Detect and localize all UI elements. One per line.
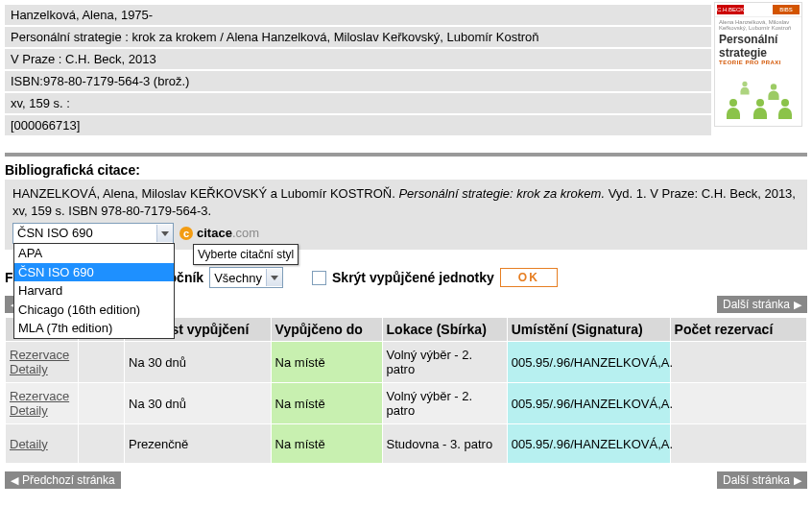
cell-moznost: Na 30 dnů xyxy=(125,342,272,383)
filter-year-select[interactable]: Všechny xyxy=(209,267,283,288)
cell-popis xyxy=(79,342,125,383)
biblio-physical: xv, 159 s. : xyxy=(5,93,711,113)
cell-rezervace xyxy=(670,383,806,424)
ok-button[interactable]: OK xyxy=(500,268,558,287)
col-rezervace: Počet rezervací xyxy=(670,318,806,342)
cell-popis xyxy=(79,383,125,424)
col-umisteni: Umístění (Signatura) xyxy=(507,318,670,342)
citation-style-option-apa[interactable]: APA xyxy=(14,244,174,263)
table-row: Rezervace Detaily Na 30 dnů Na místě Vol… xyxy=(6,342,807,383)
hide-borrowed-label: Skrýt vypůjčené jednotky xyxy=(332,270,494,285)
details-link[interactable]: Detaily xyxy=(10,362,48,376)
citation-text: HANZELKOVÁ, Alena, Miloslav KEŘKOVSKÝ a … xyxy=(12,185,800,219)
hide-borrowed-checkbox[interactable] xyxy=(312,271,326,285)
citation-style-option-csn[interactable]: ČSN ISO 690 xyxy=(14,263,174,282)
chevron-right-icon: ▶ xyxy=(794,474,801,487)
citace-brand-link[interactable]: c citace.com xyxy=(179,225,259,242)
chevron-down-icon xyxy=(266,269,282,286)
biblio-title: Personální strategie : krok za krokem / … xyxy=(5,27,711,47)
divider xyxy=(5,153,807,157)
cover-authors: Alena Hanzelková, Miloslav Keřkovský, Lu… xyxy=(715,17,801,33)
cell-umisteni: 005.95/.96/HANZELKOVÁ,A. xyxy=(507,424,670,464)
cell-vypujceno: Na místě xyxy=(271,342,382,383)
next-page-button[interactable]: Další stránka ▶ xyxy=(717,471,807,489)
citation-style-option-mla[interactable]: MLA (7th edition) xyxy=(14,319,174,338)
citation-style-value: ČSN ISO 690 xyxy=(13,225,156,242)
publisher-logo-bibs: BIBS xyxy=(773,5,800,14)
citace-logo-icon: c xyxy=(179,227,193,240)
table-row: Rezervace Detaily Na 30 dnů Na místě Vol… xyxy=(6,383,807,424)
col-lokace: Lokace (Sbírka) xyxy=(382,318,507,342)
cell-lokace: Studovna - 3. patro xyxy=(382,424,507,464)
details-link[interactable]: Detaily xyxy=(10,403,48,418)
col-vypujceno: Vypůjčeno do xyxy=(271,318,382,342)
cell-lokace: Volný výběr - 2. patro xyxy=(382,383,507,424)
cell-rezervace xyxy=(670,342,806,383)
chevron-right-icon: ▶ xyxy=(794,299,801,311)
biblio-author: Hanzelková, Alena, 1975- xyxy=(5,5,711,25)
reservation-link[interactable]: Rezervace xyxy=(10,348,69,362)
citation-style-option-harvard[interactable]: Harvard xyxy=(14,281,174,301)
table-row: Detaily Prezenčně Na místě Studovna - 3.… xyxy=(6,424,807,464)
chevron-left-icon: ◀ xyxy=(11,474,18,487)
biblio-imprint: V Praze : C.H. Beck, 2013 xyxy=(5,49,711,69)
citation-style-tooltip: Vyberte citační styl xyxy=(193,244,299,265)
cell-rezervace xyxy=(670,424,806,464)
holdings-table: Popis Možnost vypůjčení Vypůjčeno do Lok… xyxy=(5,317,807,464)
citation-style-select[interactable]: ČSN ISO 690 APA ČSN ISO 690 Harvard Chic… xyxy=(12,223,174,244)
cell-moznost: Prezenčně xyxy=(125,424,272,464)
details-link[interactable]: Detaily xyxy=(10,437,48,451)
cell-vypujceno: Na místě xyxy=(271,424,382,464)
citation-style-dropdown: APA ČSN ISO 690 Harvard Chicago (16th ed… xyxy=(13,243,175,339)
citation-heading: Bibliografická citace: xyxy=(5,162,807,178)
citation-style-option-chicago[interactable]: Chicago (16th edition) xyxy=(14,301,174,320)
cell-moznost: Na 30 dnů xyxy=(125,383,272,424)
filter-leading-letter: F xyxy=(5,270,13,285)
cell-lokace: Volný výběr - 2. patro xyxy=(382,342,507,383)
cell-popis xyxy=(79,424,125,464)
cell-vypujceno: Na místě xyxy=(271,383,382,424)
citation-box: HANZELKOVÁ, Alena, Miloslav KEŘKOVSKÝ a … xyxy=(5,180,807,250)
publisher-logo-beck: C.H.BECK xyxy=(717,5,744,14)
biblio-sysno: [000066713] xyxy=(5,115,711,135)
cell-umisteni: 005.95/.96/HANZELKOVÁ,A. xyxy=(507,342,670,383)
biblio-isbn: ISBN:978-80-7179-564-3 (brož.) xyxy=(5,71,711,91)
chevron-down-icon xyxy=(156,225,173,242)
prev-page-button[interactable]: ◀ Předchozí stránka xyxy=(5,471,121,489)
reservation-link[interactable]: Rezervace xyxy=(10,389,69,403)
next-page-button[interactable]: Další stránka ▶ xyxy=(717,296,807,313)
cell-umisteni: 005.95/.96/HANZELKOVÁ,A. xyxy=(507,383,670,424)
book-cover: C.H.BECK BIBS Alena Hanzelková, Miloslav… xyxy=(714,2,802,127)
cover-title: Personální strategie xyxy=(715,33,801,60)
